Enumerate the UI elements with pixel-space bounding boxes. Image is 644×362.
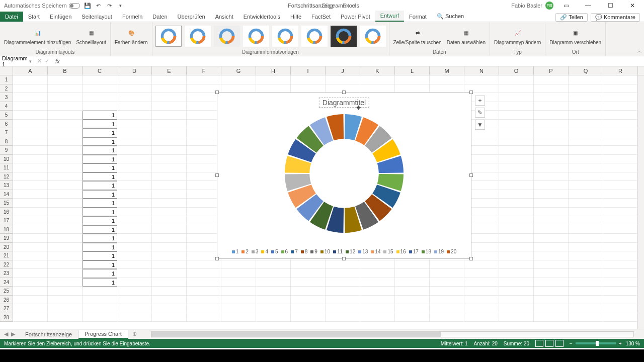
- cell[interactable]: [395, 269, 430, 278]
- cell[interactable]: [187, 216, 221, 225]
- chart-title[interactable]: Diagrammtitel: [319, 98, 369, 108]
- ribbon-options-icon[interactable]: ▭: [556, 0, 576, 11]
- cell[interactable]: [569, 155, 603, 164]
- cell[interactable]: 1: [83, 111, 117, 120]
- cell[interactable]: [117, 304, 152, 313]
- user-avatar[interactable]: FB: [545, 2, 553, 10]
- tab-devtools[interactable]: Entwicklertools: [238, 12, 285, 22]
- cell[interactable]: [603, 208, 638, 217]
- cell[interactable]: [395, 278, 430, 287]
- cell[interactable]: [83, 75, 117, 84]
- cell[interactable]: [152, 137, 187, 146]
- cell[interactable]: [48, 208, 83, 217]
- cancel-formula-icon[interactable]: ✕: [37, 58, 42, 64]
- cell[interactable]: [152, 313, 187, 322]
- cell[interactable]: [83, 84, 117, 94]
- cell[interactable]: [395, 287, 430, 296]
- cell[interactable]: [499, 278, 534, 287]
- cell[interactable]: [499, 243, 534, 252]
- cell[interactable]: [499, 102, 534, 111]
- sheet-nav-next-icon[interactable]: ▶: [11, 331, 15, 337]
- cell[interactable]: [569, 304, 603, 313]
- cell[interactable]: [326, 296, 360, 305]
- cell[interactable]: [152, 84, 187, 94]
- cell[interactable]: [291, 287, 326, 296]
- cell[interactable]: [13, 208, 48, 217]
- cell[interactable]: [48, 93, 83, 102]
- cell[interactable]: [499, 84, 534, 94]
- cell[interactable]: [360, 278, 395, 287]
- cell[interactable]: [83, 93, 117, 102]
- cell[interactable]: [13, 75, 48, 84]
- cell[interactable]: [221, 304, 256, 313]
- row-header[interactable]: 24: [0, 278, 13, 287]
- cell[interactable]: [360, 75, 395, 84]
- cell[interactable]: [48, 199, 83, 208]
- cell[interactable]: [395, 313, 430, 322]
- cell[interactable]: [13, 296, 48, 305]
- cell[interactable]: [48, 251, 83, 260]
- tab-format[interactable]: Format: [404, 12, 432, 22]
- chart-legend[interactable]: 1234567891011121314151617181920: [217, 249, 471, 254]
- cell[interactable]: [48, 260, 83, 269]
- cell[interactable]: 1: [83, 199, 117, 208]
- row-header[interactable]: 8: [0, 137, 13, 146]
- tab-help[interactable]: Hilfe: [285, 12, 306, 22]
- cell[interactable]: [534, 234, 569, 243]
- cell[interactable]: [534, 172, 569, 182]
- cell[interactable]: [256, 269, 291, 278]
- cell[interactable]: 1: [83, 216, 117, 225]
- column-header[interactable]: P: [534, 66, 569, 75]
- cell[interactable]: [152, 225, 187, 234]
- cell[interactable]: [430, 260, 464, 269]
- cell[interactable]: [152, 111, 187, 120]
- cell[interactable]: [48, 75, 83, 84]
- column-header[interactable]: I: [291, 66, 326, 75]
- cell[interactable]: [464, 269, 499, 278]
- cell[interactable]: [499, 181, 534, 190]
- cell[interactable]: [499, 225, 534, 234]
- undo-icon[interactable]: ↶: [95, 2, 102, 9]
- cell[interactable]: [117, 296, 152, 305]
- cell[interactable]: [499, 296, 534, 305]
- cell[interactable]: [187, 243, 221, 252]
- cell[interactable]: [534, 146, 569, 155]
- chart-object[interactable]: Diagrammtitel ✥ 123456789101112131415161…: [217, 92, 471, 259]
- tab-start[interactable]: Start: [23, 12, 45, 22]
- cell[interactable]: [534, 304, 569, 313]
- cell[interactable]: [395, 260, 430, 269]
- cell[interactable]: [499, 234, 534, 243]
- cell[interactable]: [499, 216, 534, 225]
- cell[interactable]: [256, 287, 291, 296]
- column-header[interactable]: E: [152, 66, 187, 75]
- chart-style-option[interactable]: [214, 26, 240, 47]
- cell[interactable]: [152, 251, 187, 260]
- cell[interactable]: [152, 155, 187, 164]
- cell[interactable]: [256, 260, 291, 269]
- tab-view[interactable]: Ansicht: [210, 12, 238, 22]
- cell[interactable]: [221, 313, 256, 322]
- cell[interactable]: [291, 313, 326, 322]
- cell[interactable]: [360, 260, 395, 269]
- share-button[interactable]: 🔗 Teilen: [555, 13, 588, 22]
- cell[interactable]: [13, 128, 48, 137]
- cell[interactable]: [48, 163, 83, 172]
- cell[interactable]: [603, 190, 638, 199]
- cell[interactable]: [117, 102, 152, 111]
- cell[interactable]: [187, 181, 221, 190]
- cell[interactable]: [499, 199, 534, 208]
- column-header[interactable]: M: [430, 66, 464, 75]
- cell[interactable]: [603, 199, 638, 208]
- cell[interactable]: [569, 111, 603, 120]
- cell[interactable]: [256, 75, 291, 84]
- accept-formula-icon[interactable]: ✓: [45, 58, 49, 64]
- cell[interactable]: [13, 304, 48, 313]
- column-header[interactable]: O: [499, 66, 534, 75]
- cell[interactable]: [603, 93, 638, 102]
- cell[interactable]: [603, 278, 638, 287]
- cell[interactable]: [603, 146, 638, 155]
- cell[interactable]: [187, 155, 221, 164]
- cell[interactable]: [534, 102, 569, 111]
- cell[interactable]: [152, 296, 187, 305]
- row-header[interactable]: 1: [0, 75, 13, 84]
